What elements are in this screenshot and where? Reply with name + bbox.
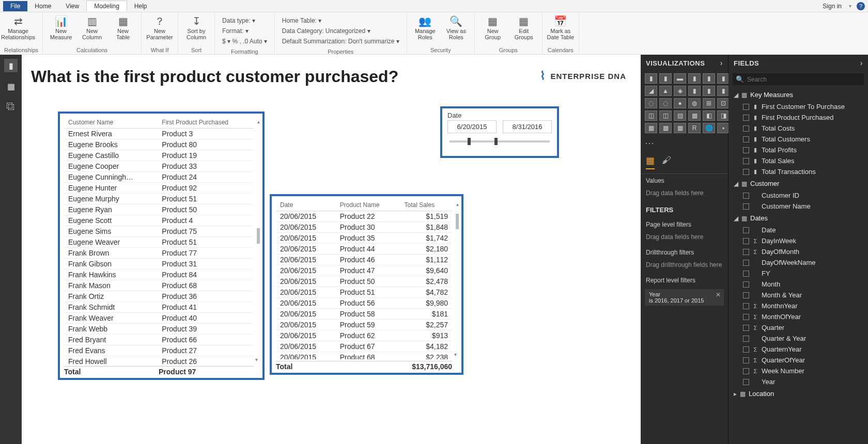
drillthrough-hint[interactable]: Drag drillthrough fields here <box>641 259 728 274</box>
ribbon-property[interactable]: $ ▾ % , .0 Auto ▾ <box>222 36 267 46</box>
chevron-right-icon[interactable]: › <box>860 59 863 67</box>
ribbon-btn-sort-by-column[interactable]: ↧Sort byColumn <box>182 14 210 40</box>
field-customer-id[interactable]: Customer ID <box>729 190 868 201</box>
viz-type-icon[interactable]: ▪ <box>717 123 730 133</box>
field-checkbox[interactable] <box>743 158 749 164</box>
ribbon-property[interactable]: Home Table: ▾ <box>282 15 399 26</box>
ribbon-btn-new-parameter[interactable]: ？NewParameter <box>146 14 174 40</box>
table-row[interactable]: 20/06/2015Product 59$2,257 <box>276 320 452 330</box>
table-header[interactable]: Total Sales <box>400 199 452 211</box>
menu-tab-view[interactable]: View <box>58 1 86 11</box>
viz-type-icon[interactable]: ◨ <box>717 110 730 121</box>
field-checkbox[interactable] <box>743 115 749 121</box>
field-checkbox[interactable] <box>743 169 749 175</box>
viz-type-icon[interactable]: ▮ <box>703 86 715 96</box>
table-row[interactable]: Eugene CooperProduct 33 <box>64 161 253 172</box>
field-total-customers[interactable]: ▮Total Customers <box>729 134 868 145</box>
viz-type-icon[interactable]: ▦ <box>688 110 701 121</box>
table-row[interactable]: Fred EvansProduct 27 <box>64 345 253 356</box>
table-row[interactable]: 20/06/2015Product 50$2,478 <box>276 276 452 287</box>
menu-tab-file[interactable]: File <box>3 1 27 11</box>
fields-tab-icon[interactable]: ▦ <box>646 155 655 169</box>
field-checkbox[interactable] <box>743 271 749 277</box>
table-row[interactable]: 20/06/2015Product 35$1,742 <box>276 233 452 244</box>
field-first-customer-to-purchase[interactable]: ▮First Customer To Purchase <box>729 101 868 112</box>
field-checkbox[interactable] <box>743 325 749 331</box>
slicer-handle-right[interactable] <box>494 138 498 145</box>
table-header[interactable]: First Product Purchased <box>158 117 253 129</box>
field-fy[interactable]: FY <box>729 268 868 279</box>
viz-type-icon[interactable]: ● <box>674 98 686 108</box>
field-checkbox[interactable] <box>743 147 749 153</box>
field-checkbox[interactable] <box>743 281 749 288</box>
viz-more-icon[interactable]: ⋯ <box>641 135 728 151</box>
slicer-handle-left[interactable] <box>468 138 471 145</box>
viz-type-icon[interactable]: R <box>688 123 701 133</box>
field-checkbox[interactable] <box>743 346 749 353</box>
table-row[interactable]: Frank WeaverProduct 40 <box>64 313 253 324</box>
field-checkbox[interactable] <box>743 357 749 363</box>
ribbon-property[interactable]: Default Summarization: Don't summarize ▾ <box>282 36 399 46</box>
viz-type-icon[interactable]: ⊞ <box>703 98 715 108</box>
field-customer-name[interactable]: Customer Name <box>729 201 868 212</box>
chevron-down-icon[interactable]: ▾ <box>847 3 854 9</box>
ribbon-btn-new-group[interactable]: ▦NewGroup <box>479 14 507 40</box>
table-row[interactable]: Frank HawkinsProduct 84 <box>64 269 253 280</box>
ribbon-btn-view-as-roles[interactable]: 🔍View asRoles <box>442 14 470 40</box>
viz-type-icon[interactable]: ▮ <box>717 86 730 96</box>
ribbon-btn-manage-roles[interactable]: 👥ManageRoles <box>411 14 439 40</box>
ribbon-btn-new-table[interactable]: ▦NewTable <box>109 14 137 40</box>
ribbon-btn-new-column[interactable]: ▥NewColumn <box>78 14 106 40</box>
viz-type-icon[interactable]: ▮ <box>688 73 701 84</box>
table-header[interactable]: Product Name <box>336 199 400 211</box>
close-icon[interactable]: ✕ <box>716 291 721 298</box>
table-header[interactable]: Customer Name <box>64 117 158 129</box>
field-quarterofyear[interactable]: ΣQuarterOfYear <box>729 355 868 366</box>
slicer-to[interactable]: 8/31/2016 <box>503 120 552 133</box>
field-checkbox[interactable] <box>743 238 749 244</box>
field-checkbox[interactable] <box>743 136 749 142</box>
field-checkbox[interactable] <box>743 379 749 385</box>
ribbon-btn-manage-relationships[interactable]: ⇄ManageRelationships <box>4 14 32 40</box>
field-checkbox[interactable] <box>743 193 749 199</box>
year-filter-chip[interactable]: Year is 2016, 2017 or 2015 ✕ <box>645 289 724 306</box>
table-row[interactable]: Eugene HunterProduct 92 <box>64 183 253 194</box>
table-row[interactable]: Frank OrtizProduct 36 <box>64 291 253 302</box>
field-first-product-purchased[interactable]: ▮First Product Purchased <box>729 112 868 123</box>
table-row[interactable]: 20/06/2015Product 47$9,640 <box>276 265 452 276</box>
table-header[interactable]: Date <box>276 199 336 211</box>
field-total-transactions[interactable]: ▮Total Transactions <box>729 166 868 177</box>
ribbon-property[interactable]: Format: ▾ <box>222 26 267 36</box>
field-week-number[interactable]: ΣWeek Number <box>729 366 868 376</box>
menu-tab-help[interactable]: Help <box>127 1 154 11</box>
table-row[interactable]: Eugene MurphyProduct 51 <box>64 194 253 204</box>
table-row[interactable]: 20/06/2015Product 22$1,519 <box>276 211 452 222</box>
field-checkbox[interactable] <box>743 249 749 255</box>
field-total-sales[interactable]: ▮Total Sales <box>729 155 868 166</box>
sign-in-link[interactable]: Sign in <box>817 3 847 10</box>
field-total-profits[interactable]: ▮Total Profits <box>729 145 868 155</box>
viz-type-icon[interactable]: ▮ <box>659 73 672 84</box>
field-month[interactable]: Month <box>729 279 868 290</box>
table-row[interactable]: 20/06/2015Product 58$181 <box>276 309 452 320</box>
table-row[interactable]: 20/06/2015Product 67$4,182 <box>276 341 452 352</box>
fields-table-location[interactable]: ▸▦Location <box>729 387 868 400</box>
slicer-track[interactable] <box>450 140 550 142</box>
model-view-icon[interactable]: ⿻ <box>4 100 18 114</box>
table-row[interactable]: Eugene BrooksProduct 80 <box>64 139 253 150</box>
viz-type-icon[interactable]: ▮ <box>703 73 715 84</box>
ribbon-btn-new-measure[interactable]: 📊NewMeasure <box>47 14 75 40</box>
table-row[interactable]: 20/06/2015Product 44$2,180 <box>276 244 452 255</box>
field-checkbox[interactable] <box>743 125 749 132</box>
field-checkbox[interactable] <box>743 104 749 110</box>
field-dayofmonth[interactable]: ΣDayOfMonth <box>729 246 868 257</box>
field-month-year[interactable]: Month & Year <box>729 290 868 300</box>
table-row[interactable]: 20/06/2015Product 56$9,980 <box>276 298 452 309</box>
page-filters-hint[interactable]: Drag data fields here <box>641 231 728 246</box>
slicer-from[interactable]: 6/20/2015 <box>447 120 497 133</box>
table-row[interactable]: Fred HowellProduct 26 <box>64 356 253 365</box>
table-row[interactable]: Fred BryantProduct 66 <box>64 335 253 345</box>
fields-search-input[interactable] <box>747 76 861 83</box>
viz-type-icon[interactable]: ◈ <box>674 86 686 96</box>
viz-type-icon[interactable]: ▮ <box>645 73 657 84</box>
